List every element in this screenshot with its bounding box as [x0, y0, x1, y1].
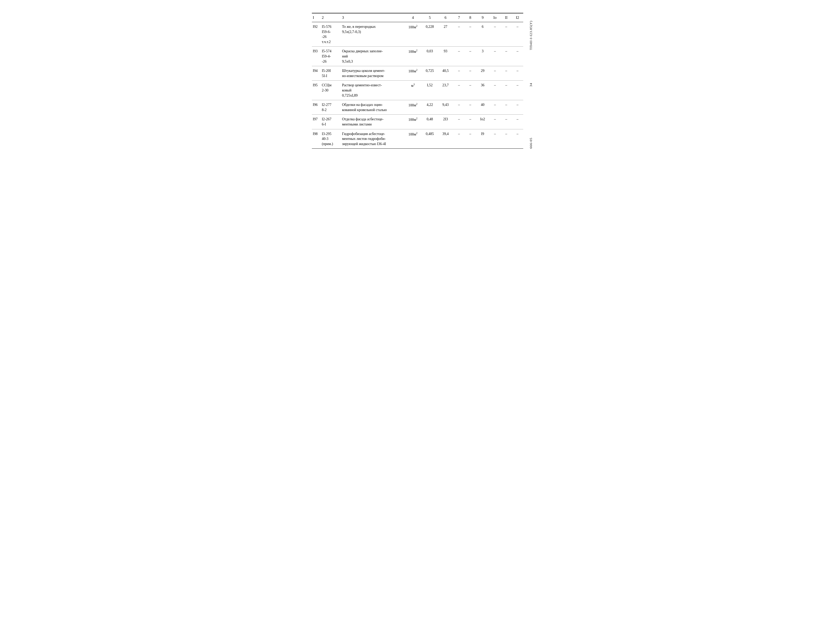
cell-col10: – [489, 115, 501, 129]
cell-col11: – [501, 80, 512, 100]
cell-col7: – [453, 129, 465, 149]
side-labels: ТП4ІІ-І-І23.85(У) 34 666-05 [527, 5, 535, 156]
table-row: I93 I5-574I59-4--26 Окраска дверных запо… [312, 46, 523, 66]
header-col-6: 6 [438, 13, 453, 22]
header-col-3: 3 [341, 13, 404, 22]
cell-col11: – [501, 100, 512, 115]
table-row: I97 I2-2676-I Отделка фасада асбестоце-м… [312, 115, 523, 129]
cell-unit: 100м2 [404, 22, 422, 46]
table-row: I94 I5-20I5I-I Штукатурка цоколя цемент-… [312, 66, 523, 80]
cell-col8: – [465, 80, 476, 100]
cell-col10: – [489, 80, 501, 100]
cell-col7: – [453, 115, 465, 129]
cell-col11: – [501, 129, 512, 149]
cell-col12: – [512, 66, 523, 80]
header-col-10: Io [489, 13, 501, 22]
cell-id: I93 [312, 46, 321, 66]
cell-col6: 27 [438, 22, 453, 46]
cell-col5: 0,485 [422, 129, 438, 149]
cell-col7: – [453, 66, 465, 80]
cell-col6: 9,43 [438, 100, 453, 115]
cell-col10: – [489, 129, 501, 149]
header-col-11: II [501, 13, 512, 22]
side-label-bottom: 666-05 [529, 137, 533, 149]
cell-col12: – [512, 46, 523, 66]
cell-description: Штукатурка цоколя цемент-но-известковым … [341, 66, 404, 80]
cell-col12: – [512, 80, 523, 100]
cell-col9: 40 [476, 100, 489, 115]
cell-col12: – [512, 22, 523, 46]
cell-col8: – [465, 100, 476, 115]
cell-col12: – [512, 129, 523, 149]
cell-col9: I9 [476, 129, 489, 149]
page-container: ТП4ІІ-І-І23.85(У) 34 666-05 I 2 3 4 5 6 … [304, 5, 536, 156]
header-col-4: 4 [404, 13, 422, 22]
header-col-1: I [312, 13, 321, 22]
cell-col6: 40,5 [438, 66, 453, 80]
cell-description: То же, в перегородках9,5x(2,7-0,3) [341, 22, 404, 46]
cell-col10: – [489, 66, 501, 80]
header-col-7: 7 [453, 13, 465, 22]
cell-col8: – [465, 66, 476, 80]
header-col-9: 9 [476, 13, 489, 22]
cell-col10: – [489, 46, 501, 66]
header-col-5: 5 [422, 13, 438, 22]
cell-col8: – [465, 22, 476, 46]
cell-id: I92 [312, 22, 321, 46]
cell-unit: 100м2 [404, 115, 422, 129]
cell-col5: 0,48 [422, 115, 438, 129]
cell-code: I2-2778-2 [321, 100, 341, 115]
header-col-12: I2 [512, 13, 523, 22]
cell-description: Гидрофобизация асбестоце-ментных листов … [341, 129, 404, 149]
cell-col8: – [465, 129, 476, 149]
side-label-mid: 34 [529, 83, 533, 86]
cell-unit: 100м2 [404, 66, 422, 80]
cell-col9: 3 [476, 46, 489, 66]
cell-col11: – [501, 22, 512, 46]
cell-col7: – [453, 22, 465, 46]
header-col-8: 8 [465, 13, 476, 22]
cell-col12: – [512, 100, 523, 115]
cell-description: Окраска дверных заполне-ний9,5x0,3 [341, 46, 404, 66]
cell-col6: 39,4 [438, 129, 453, 149]
main-table: I 2 3 4 5 6 7 8 9 Io II I2 I92 I5-576I59… [312, 13, 523, 149]
cell-id: I97 [312, 115, 321, 129]
cell-col5: I,52 [422, 80, 438, 100]
cell-col10: – [489, 22, 501, 46]
cell-description: Обделки на фасадах оцин-кованной кровель… [341, 100, 404, 115]
header-row: I 2 3 4 5 6 7 8 9 Io II I2 [312, 13, 523, 22]
cell-description: Отделка фасада асбестоце-ментными листам… [341, 115, 404, 129]
cell-col11: – [501, 66, 512, 80]
table-row: I95 ССЦм2-30 Раствор цементно-извест-ков… [312, 80, 523, 100]
cell-col12: – [512, 115, 523, 129]
cell-col11: – [501, 46, 512, 66]
cell-col10: – [489, 100, 501, 115]
cell-id: I98 [312, 129, 321, 149]
cell-code: I3-29540-3(прим.) [321, 129, 341, 149]
cell-col9: Io2 [476, 115, 489, 129]
cell-unit: 100м2 [404, 46, 422, 66]
cell-description: Раствор цементно-извест-ковый0,725xI,89 [341, 80, 404, 100]
cell-col9: 36 [476, 80, 489, 100]
cell-id: I96 [312, 100, 321, 115]
header-col-2: 2 [321, 13, 341, 22]
cell-col11: – [501, 115, 512, 129]
cell-col8: – [465, 46, 476, 66]
cell-col8: – [465, 115, 476, 129]
side-label-top: ТП4ІІ-І-І23.85(У) [529, 21, 533, 50]
cell-code: I5-576I59-6--26т.ч.т.2 [321, 22, 341, 46]
cell-col9: 6 [476, 22, 489, 46]
cell-code: I5-574I59-4--26 [321, 46, 341, 66]
cell-unit: 100м2 [404, 129, 422, 149]
cell-code: I2-2676-I [321, 115, 341, 129]
cell-code: ССЦм2-30 [321, 80, 341, 100]
cell-col7: – [453, 100, 465, 115]
cell-code: I5-20I5I-I [321, 66, 341, 80]
cell-unit: 100м2 [404, 100, 422, 115]
cell-id: I94 [312, 66, 321, 80]
cell-unit: м3 [404, 80, 422, 100]
cell-col5: 4,22 [422, 100, 438, 115]
cell-id: I95 [312, 80, 321, 100]
cell-col6: 93 [438, 46, 453, 66]
cell-col6: 23,7 [438, 80, 453, 100]
